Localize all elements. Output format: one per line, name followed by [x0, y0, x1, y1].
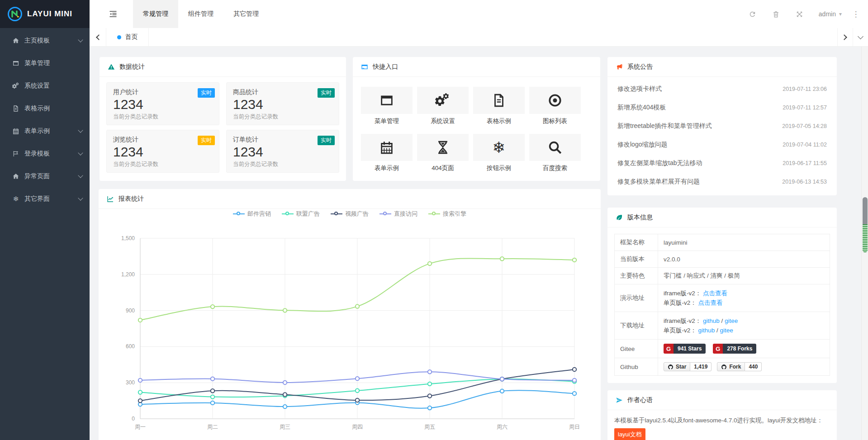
version-row-6: GiteeG941 StarsG278 Forks	[615, 340, 830, 358]
announcement-text: 修改logo缩放问题	[617, 141, 783, 149]
legend-marker	[282, 212, 294, 216]
svg-text:1,500: 1,500	[121, 235, 135, 241]
quick-entry-7[interactable]: ❄按钮示例	[473, 134, 525, 172]
sidebar: LAYUI MINI 主页模板菜单管理系统设置表格示例表单示例登录模板异常页面❄…	[0, 0, 90, 440]
stat-desc: 当前分类总记录数	[233, 161, 332, 168]
legend-marker	[379, 212, 391, 216]
quick-entry-8[interactable]: 百度搜索	[529, 134, 581, 172]
quick-entry-1[interactable]: 菜单管理	[361, 87, 413, 125]
user-menu[interactable]: admin ▾	[811, 0, 849, 28]
card-report-title: 报表统计	[119, 195, 144, 203]
version-row-4: 演示地址iframe版-v2： 点击查看单页版-v2： 点击查看	[615, 284, 830, 312]
calendar-icon	[12, 127, 20, 135]
announcement-date: 2019-07-05 14:28	[782, 123, 827, 129]
quick-entry-label: 按钮示例	[473, 164, 525, 172]
announcement-text: 修复多模块菜单栏展开有问题	[617, 178, 782, 186]
collapse-menu-icon[interactable]	[100, 0, 127, 28]
tab-scroll-left-button[interactable]	[90, 28, 106, 46]
legend-marker	[428, 212, 440, 216]
announcement-row-4[interactable]: 修改logo缩放问题2019-07-04 11:02	[607, 135, 837, 154]
legend-item-搜索引擎[interactable]: 搜索引擎	[428, 210, 466, 218]
version-row-label: Gitee	[615, 340, 658, 358]
chevron-down-icon	[78, 128, 83, 132]
version-row-value: G941 StarsG278 Forks	[658, 340, 830, 358]
quick-entry-label: 百度搜索	[529, 164, 581, 172]
link-点击查看[interactable]: 点击查看	[698, 299, 723, 306]
card-data-statistics-title: 数据统计	[119, 63, 145, 71]
link-点击查看[interactable]: 点击查看	[703, 290, 727, 297]
legend-item-视频广告[interactable]: 视频广告	[331, 210, 369, 218]
announcement-text: 修改选项卡样式	[617, 85, 783, 93]
sidebar-item-7[interactable]: 异常页面	[0, 165, 90, 188]
snowflake-icon: ❄	[12, 195, 20, 203]
link-github[interactable]: github	[698, 327, 715, 334]
link-gitee[interactable]: gitee	[720, 327, 733, 334]
quick-entry-2[interactable]: 系统设置	[417, 87, 469, 125]
announcement-row-6[interactable]: 修复多模块菜单栏展开有问题2019-06-13 14:53	[607, 172, 837, 191]
link-gitee[interactable]: gitee	[725, 317, 738, 324]
announcement-row-3[interactable]: 新增treetable插件和菜单管理样式2019-07-05 14:28	[607, 117, 837, 135]
github-button-text: Fork	[729, 364, 741, 370]
file-icon	[12, 104, 20, 113]
legend-marker	[233, 212, 245, 216]
sidebar-item-8[interactable]: ❄其它界面	[0, 188, 90, 210]
fullscreen-button[interactable]	[788, 0, 811, 28]
announcement-list: 修改选项卡样式2019-07-11 23:06新增系统404模板2019-07-…	[607, 77, 837, 194]
chevron-down-icon	[78, 195, 83, 200]
paper-plane-icon	[616, 397, 623, 404]
card-author-title: 作者心语	[627, 396, 653, 404]
card-system-announcements: 系统公告 修改选项卡样式2019-07-11 23:06新增系统404模板201…	[607, 57, 837, 195]
quick-entry-label: 表单示例	[361, 164, 413, 172]
sidebar-item-4[interactable]: 表格示例	[0, 97, 90, 120]
quick-entry-6[interactable]: 404页面	[417, 134, 469, 172]
sidebar-item-2[interactable]: 菜单管理	[0, 52, 90, 75]
sidebar-item-3[interactable]: 系统设置	[0, 75, 90, 97]
tab-home[interactable]: 首页	[106, 28, 149, 46]
navbar-tab-1[interactable]: 常规管理	[133, 0, 178, 28]
github-fork-button[interactable]: Fork440	[717, 362, 762, 371]
github-button-label: Star	[664, 362, 690, 371]
card-version-info: 版本信息 框架名称layuimini当前版本v2.0.0主要特色零门槛 / 响应…	[607, 208, 837, 383]
report-chart-svg: 03006009001,2001,500周一周二周三周四周五周六周日	[99, 230, 601, 440]
sidebar-item-label: 表格示例	[24, 104, 82, 113]
scrollbar-thumb[interactable]	[863, 197, 868, 252]
announcement-row-2[interactable]: 新增系统404模板2019-07-11 12:57	[607, 98, 837, 117]
clear-cache-button[interactable]	[764, 0, 788, 28]
tab-operations-button[interactable]	[853, 28, 868, 46]
legend-item-直接访问[interactable]: 直接访问	[379, 210, 417, 218]
sidebar-item-5[interactable]: 表单示例	[0, 120, 90, 142]
tab-scroll-right-button[interactable]	[837, 28, 853, 46]
octocat-icon	[721, 364, 727, 370]
sidebar-item-6[interactable]: 登录模板	[0, 142, 90, 165]
line-chart-icon	[107, 195, 114, 203]
navbar-tab-2[interactable]: 组件管理	[178, 0, 223, 28]
announcement-row-5[interactable]: 修复左侧菜单缩放tab无法移动2019-06-17 11:55	[607, 154, 837, 172]
github-star-button[interactable]: Star1,419	[664, 362, 711, 371]
version-row-label: 主要特色	[615, 268, 658, 284]
quick-entry-4[interactable]: 图标列表	[529, 87, 581, 125]
version-row-3: 主要特色零门槛 / 响应式 / 清爽 / 极简	[615, 268, 830, 284]
card-author-words: 作者心语 本模板基于layui2.5.4以及font-awesome-4.7.0…	[607, 390, 837, 440]
dotcircle-icon	[529, 87, 581, 114]
legend-item-联盟广告[interactable]: 联盟广告	[282, 210, 320, 218]
sidebar-item-1[interactable]: 主页模板	[0, 29, 90, 52]
svg-text:周三: 周三	[280, 424, 290, 430]
more-options-button[interactable]: ⋮	[849, 0, 863, 28]
stat-box-2: 商品统计1234当前分类总记录数实时	[226, 82, 339, 125]
outdent-icon	[109, 9, 118, 19]
tabbar-controls	[837, 28, 868, 46]
announcement-row-1[interactable]: 修改选项卡样式2019-07-11 23:06	[607, 80, 837, 98]
gitee-badge[interactable]: G941 Stars	[664, 344, 706, 354]
author-body: 本模板基于layui2.5.4以及font-awesome-4.7.0进行实现。…	[607, 410, 837, 440]
calendar-icon	[361, 134, 413, 161]
quick-entry-5[interactable]: 表单示例	[361, 134, 413, 172]
legend-item-邮件营销[interactable]: 邮件营销	[233, 210, 271, 218]
link-github[interactable]: github	[703, 317, 720, 324]
gitee-badge[interactable]: G278 Forks	[713, 344, 756, 354]
layui-doc-badge[interactable]: layui文档	[614, 428, 645, 440]
scrollbar-track[interactable]	[861, 47, 868, 440]
refresh-button[interactable]	[741, 0, 764, 28]
card-quick-entry: 快捷入口 菜单管理系统设置表格示例图标列表表单示例404页面❄按钮示例百度搜索	[353, 57, 600, 181]
quick-entry-3[interactable]: 表格示例	[473, 87, 525, 125]
navbar-tab-3[interactable]: 其它管理	[223, 0, 269, 28]
